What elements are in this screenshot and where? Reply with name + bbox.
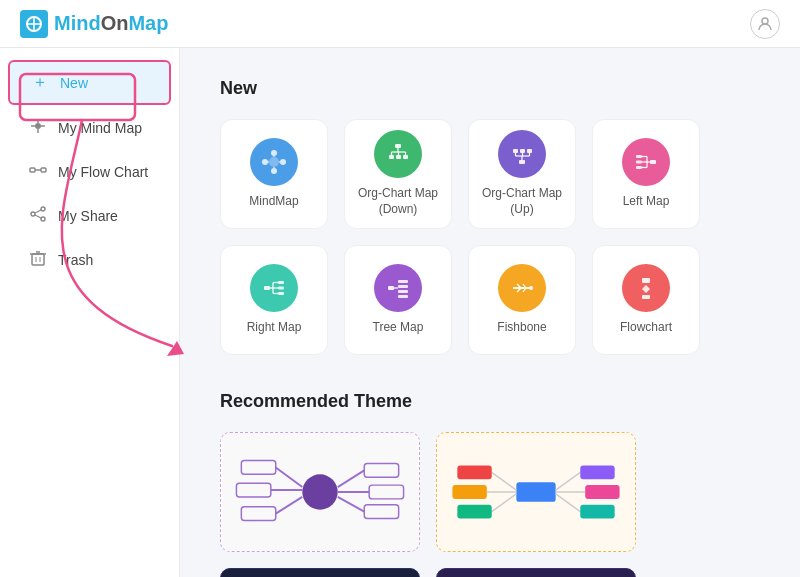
sidebar-item-mindmap-label: My Mind Map [58,120,142,136]
sidebar-item-trash[interactable]: Trash [8,239,171,281]
svg-point-83 [302,474,337,509]
sidebar-item-flow-chart[interactable]: My Flow Chart [8,151,171,193]
share-icon [28,205,48,227]
svg-rect-59 [278,281,284,284]
theme-grid [220,432,760,577]
svg-marker-80 [642,285,650,293]
tree-map-circle-icon [374,264,422,312]
right-map-circle-icon [250,264,298,312]
map-card-fishbone[interactable]: Fishbone [468,245,576,355]
svg-rect-52 [636,166,642,169]
sidebar-item-my-mind-map[interactable]: My Mind Map [8,107,171,149]
org-up-label: Org-Chart Map (Up) [469,186,575,217]
left-map-circle-icon [622,138,670,186]
svg-rect-105 [580,465,614,479]
svg-rect-79 [642,278,650,283]
svg-rect-50 [636,155,642,158]
svg-point-78 [529,286,533,290]
sidebar-item-my-share[interactable]: My Share [8,195,171,237]
svg-rect-70 [398,290,408,293]
left-map-label: Left Map [623,194,670,210]
svg-point-3 [762,18,768,24]
svg-rect-97 [516,482,555,502]
svg-rect-42 [520,149,525,153]
svg-point-14 [41,217,45,221]
svg-rect-10 [41,168,46,172]
theme-card-1[interactable] [220,432,420,552]
flowchart-label: Flowchart [620,320,672,336]
theme-card-2[interactable] [436,432,636,552]
user-avatar-button[interactable] [750,9,780,39]
svg-rect-81 [642,295,650,299]
mindmap-circle-icon [250,138,298,186]
svg-line-16 [35,215,41,218]
sidebar-item-share-label: My Share [58,208,118,224]
svg-rect-58 [264,286,270,290]
logo-icon [20,10,48,38]
sidebar-item-new-label: New [60,75,88,91]
svg-rect-41 [513,149,518,153]
map-card-org-down[interactable]: Org-Chart Map(Down) [344,119,452,229]
svg-point-26 [280,159,286,165]
svg-rect-107 [585,485,619,499]
svg-rect-67 [388,286,394,290]
map-card-left-map[interactable]: Left Map [592,119,700,229]
svg-point-23 [271,150,277,156]
svg-point-24 [271,168,277,174]
svg-rect-101 [452,485,486,499]
svg-point-12 [41,207,45,211]
svg-line-15 [35,210,41,213]
right-map-label: Right Map [247,320,302,336]
header: MindOnMap [0,0,800,48]
org-down-label: Org-Chart Map(Down) [358,186,438,217]
plus-icon: ＋ [30,72,50,93]
sidebar: ＋ New My Mind Map My Flow Chart My Share [0,48,180,577]
svg-point-22 [269,157,279,167]
svg-rect-49 [650,160,656,164]
sidebar-item-trash-label: Trash [58,252,93,268]
flowchart-circle-icon [622,264,670,312]
sidebar-item-new[interactable]: ＋ New [8,60,171,105]
svg-rect-99 [457,465,491,479]
svg-rect-9 [30,168,35,172]
flowchart-icon [28,161,48,183]
theme-card-3[interactable] [220,568,420,577]
svg-rect-60 [278,287,284,290]
svg-point-13 [31,212,35,216]
mindmap-label: MindMap [249,194,298,210]
svg-rect-109 [580,505,614,519]
sidebar-item-flowchart-label: My Flow Chart [58,164,148,180]
trash-icon [28,249,48,271]
svg-rect-110 [222,569,419,577]
svg-rect-17 [32,254,44,265]
svg-point-4 [35,123,41,129]
theme-card-4[interactable] [436,568,636,577]
svg-rect-34 [403,155,408,159]
org-down-circle-icon [374,130,422,178]
map-card-right-map[interactable]: Right Map [220,245,328,355]
mindmap-icon [28,117,48,139]
svg-rect-51 [636,161,642,164]
tree-map-label: Tree Map [373,320,424,336]
svg-point-25 [262,159,268,165]
svg-rect-32 [389,155,394,159]
map-card-mindmap[interactable]: MindMap [220,119,328,229]
svg-rect-122 [438,569,635,577]
logo: MindOnMap [20,10,168,38]
recommended-section-title: Recommended Theme [220,391,760,412]
logo-text: MindOnMap [54,12,168,35]
fishbone-label: Fishbone [497,320,546,336]
main-content: New MindMap Org-Chart Map(Down) [180,48,800,577]
new-section-title: New [220,78,760,99]
svg-rect-33 [396,155,401,159]
map-card-tree-map[interactable]: Tree Map [344,245,452,355]
svg-rect-61 [278,292,284,295]
map-card-org-up[interactable]: Org-Chart Map (Up) [468,119,576,229]
fishbone-circle-icon [498,264,546,312]
map-card-flowchart[interactable]: Flowchart [592,245,700,355]
svg-rect-71 [398,295,408,298]
svg-rect-103 [457,505,491,519]
svg-rect-40 [519,160,525,164]
org-up-circle-icon [498,130,546,178]
svg-rect-68 [398,280,408,283]
